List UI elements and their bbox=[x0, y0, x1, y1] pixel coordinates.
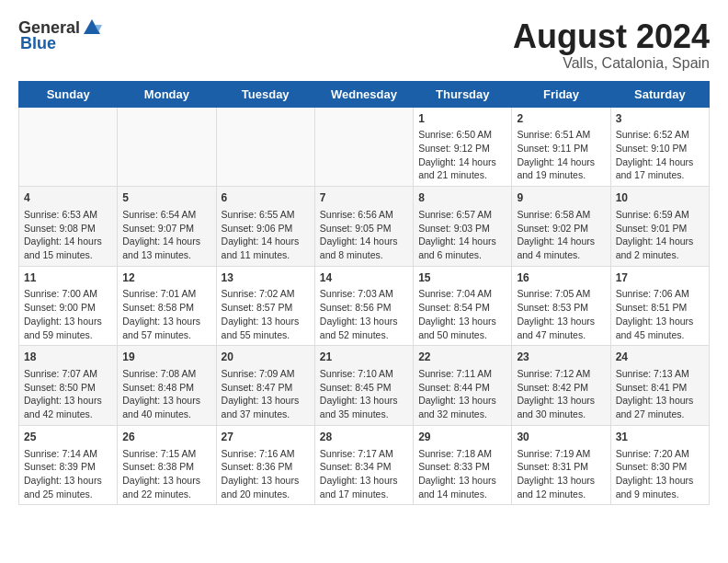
day-info: and 47 minutes. bbox=[517, 328, 605, 342]
day-cell: 31Sunrise: 7:20 AMSunset: 8:30 PMDayligh… bbox=[610, 425, 709, 505]
day-info: Daylight: 14 hours bbox=[517, 235, 605, 248]
day-info: Sunset: 8:41 PM bbox=[616, 381, 704, 395]
day-cell: 23Sunrise: 7:12 AMSunset: 8:42 PMDayligh… bbox=[512, 346, 610, 426]
day-number: 13 bbox=[222, 270, 310, 286]
day-info: Daylight: 13 hours bbox=[24, 474, 112, 488]
day-info: Sunset: 8:34 PM bbox=[320, 460, 408, 474]
weekday-header-thursday: Thursday bbox=[414, 81, 512, 107]
day-info: and 12 minutes. bbox=[517, 488, 605, 501]
day-info: Daylight: 14 hours bbox=[418, 235, 506, 248]
day-info: Daylight: 13 hours bbox=[24, 315, 112, 328]
day-cell: 9Sunrise: 6:58 AMSunset: 9:02 PMDaylight… bbox=[512, 187, 610, 267]
day-info: and 30 minutes. bbox=[517, 408, 605, 421]
day-number: 5 bbox=[122, 190, 210, 206]
day-info: Sunset: 8:31 PM bbox=[517, 460, 605, 474]
day-info: Sunrise: 7:01 AM bbox=[122, 287, 210, 301]
day-cell: 12Sunrise: 7:01 AMSunset: 8:58 PMDayligh… bbox=[118, 266, 216, 346]
day-cell: 2Sunrise: 6:51 AMSunset: 9:11 PMDaylight… bbox=[512, 107, 610, 187]
day-info: Daylight: 13 hours bbox=[122, 474, 210, 488]
day-info: Sunrise: 7:14 AM bbox=[24, 447, 112, 461]
day-cell: 21Sunrise: 7:10 AMSunset: 8:45 PMDayligh… bbox=[314, 346, 413, 426]
day-info: Sunrise: 7:00 AM bbox=[24, 287, 112, 301]
day-number: 3 bbox=[616, 111, 704, 127]
day-info: Daylight: 13 hours bbox=[616, 474, 704, 488]
title-section: August 2024 Valls, Catalonia, Spain bbox=[513, 18, 710, 72]
main-title: August 2024 bbox=[513, 18, 710, 55]
day-info: Daylight: 14 hours bbox=[616, 155, 704, 169]
day-info: and 11 minutes. bbox=[222, 248, 310, 262]
weekday-header-wednesday: Wednesday bbox=[314, 81, 413, 107]
day-info: Sunset: 9:00 PM bbox=[24, 301, 112, 315]
logo-icon bbox=[82, 17, 102, 38]
day-info: Sunset: 8:50 PM bbox=[24, 381, 112, 395]
day-info: Sunset: 8:44 PM bbox=[418, 381, 506, 395]
weekday-header-row: SundayMondayTuesdayWednesdayThursdayFrid… bbox=[19, 81, 710, 107]
day-cell bbox=[118, 107, 216, 187]
calendar-table: SundayMondayTuesdayWednesdayThursdayFrid… bbox=[18, 81, 710, 506]
day-cell: 7Sunrise: 6:56 AMSunset: 9:05 PMDaylight… bbox=[314, 187, 413, 267]
day-info: Sunrise: 7:11 AM bbox=[418, 367, 506, 381]
day-info: Sunrise: 7:16 AM bbox=[222, 447, 310, 461]
day-cell: 13Sunrise: 7:02 AMSunset: 8:57 PMDayligh… bbox=[216, 266, 314, 346]
day-info: Daylight: 13 hours bbox=[320, 315, 408, 328]
day-number: 2 bbox=[517, 111, 605, 127]
week-row-1: 1Sunrise: 6:50 AMSunset: 9:12 PMDaylight… bbox=[19, 107, 710, 187]
week-row-2: 4Sunrise: 6:53 AMSunset: 9:08 PMDaylight… bbox=[19, 187, 710, 267]
day-info: Sunset: 8:57 PM bbox=[222, 301, 310, 315]
day-cell: 11Sunrise: 7:00 AMSunset: 9:00 PMDayligh… bbox=[19, 266, 118, 346]
day-info: and 17 minutes. bbox=[320, 488, 408, 501]
day-info: and 57 minutes. bbox=[122, 328, 210, 342]
day-cell: 5Sunrise: 6:54 AMSunset: 9:07 PMDaylight… bbox=[118, 187, 216, 267]
day-info: Sunrise: 7:10 AM bbox=[320, 367, 408, 381]
day-info: Sunrise: 6:56 AM bbox=[320, 208, 408, 222]
day-info: Sunrise: 7:08 AM bbox=[122, 367, 210, 381]
day-info: Sunrise: 6:55 AM bbox=[222, 208, 310, 222]
day-number: 21 bbox=[320, 350, 408, 365]
day-info: Sunrise: 7:03 AM bbox=[320, 287, 408, 301]
day-info: Daylight: 13 hours bbox=[517, 315, 605, 328]
day-info: Sunset: 8:53 PM bbox=[517, 301, 605, 315]
day-info: Sunset: 9:03 PM bbox=[418, 222, 506, 236]
day-number: 15 bbox=[418, 270, 506, 286]
day-info: Sunrise: 7:05 AM bbox=[517, 287, 605, 301]
day-info: Sunset: 8:51 PM bbox=[616, 301, 704, 315]
day-info: Sunrise: 7:04 AM bbox=[418, 287, 506, 301]
day-info: Sunrise: 6:53 AM bbox=[24, 208, 112, 222]
day-info: Sunset: 8:54 PM bbox=[418, 301, 506, 315]
day-info: Sunset: 9:12 PM bbox=[418, 142, 506, 155]
day-info: Sunrise: 6:58 AM bbox=[517, 208, 605, 222]
day-cell bbox=[19, 107, 118, 187]
day-cell: 15Sunrise: 7:04 AMSunset: 8:54 PMDayligh… bbox=[414, 266, 512, 346]
day-number: 27 bbox=[222, 430, 310, 445]
day-cell: 19Sunrise: 7:08 AMSunset: 8:48 PMDayligh… bbox=[118, 346, 216, 426]
day-number: 26 bbox=[122, 430, 210, 445]
day-cell bbox=[314, 107, 413, 187]
week-row-3: 11Sunrise: 7:00 AMSunset: 9:00 PMDayligh… bbox=[19, 266, 710, 346]
day-info: Sunrise: 7:13 AM bbox=[616, 367, 704, 381]
day-info: Sunrise: 7:07 AM bbox=[24, 367, 112, 381]
day-number: 19 bbox=[122, 350, 210, 365]
day-number: 7 bbox=[320, 190, 408, 206]
day-info: Sunset: 9:08 PM bbox=[24, 222, 112, 236]
day-info: Sunrise: 7:02 AM bbox=[222, 287, 310, 301]
day-info: Sunrise: 7:12 AM bbox=[517, 367, 605, 381]
day-info: and 25 minutes. bbox=[24, 488, 112, 501]
day-info: Daylight: 13 hours bbox=[222, 394, 310, 408]
day-number: 11 bbox=[24, 270, 112, 286]
day-info: Daylight: 14 hours bbox=[222, 235, 310, 248]
logo: General Blue bbox=[18, 18, 102, 53]
day-info: Sunrise: 7:17 AM bbox=[320, 447, 408, 461]
day-info: Sunset: 9:01 PM bbox=[616, 222, 704, 236]
day-info: Sunrise: 7:20 AM bbox=[616, 447, 704, 461]
day-info: Daylight: 13 hours bbox=[517, 394, 605, 408]
day-info: Sunset: 8:56 PM bbox=[320, 301, 408, 315]
day-number: 28 bbox=[320, 430, 408, 445]
day-info: Sunset: 8:48 PM bbox=[122, 381, 210, 395]
weekday-header-friday: Friday bbox=[512, 81, 610, 107]
day-info: Sunrise: 6:57 AM bbox=[418, 208, 506, 222]
day-info: and 37 minutes. bbox=[222, 408, 310, 421]
day-cell: 1Sunrise: 6:50 AMSunset: 9:12 PMDaylight… bbox=[414, 107, 512, 187]
day-number: 10 bbox=[616, 190, 704, 206]
day-info: Sunset: 8:39 PM bbox=[24, 460, 112, 474]
day-number: 23 bbox=[517, 350, 605, 365]
